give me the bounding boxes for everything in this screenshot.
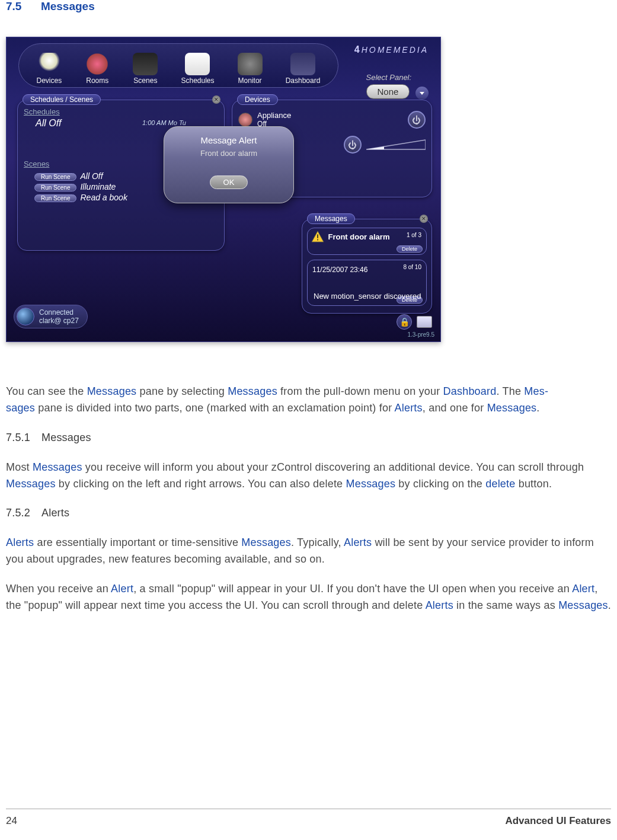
run-scene-button[interactable]: Run Scene — [34, 194, 76, 202]
schedule-row[interactable]: All Off — [36, 118, 62, 129]
message-body: New motion_sensor discovered — [314, 292, 421, 301]
power-button[interactable] — [408, 111, 426, 129]
toolbar-scenes[interactable]: Scenes — [133, 53, 158, 85]
schedules-header: Schedules — [24, 107, 60, 116]
close-icon[interactable]: ✕ — [420, 215, 428, 223]
status-line: Connected — [39, 308, 79, 317]
section-number: 7.5 — [6, 0, 21, 12]
brand-logo: 4HOMEMEDIA — [354, 44, 429, 55]
run-scene-button[interactable]: Run Scene — [34, 173, 76, 181]
body-text: You can see the Messages pane by selecti… — [6, 384, 611, 614]
panel-title: Devices — [237, 94, 278, 105]
select-panel-dropdown-icon[interactable] — [415, 87, 429, 100]
paragraph: Alerts are essentially important or time… — [6, 535, 611, 568]
house-icon — [85, 53, 110, 75]
select-panel-label: Select Panel: — [366, 73, 429, 82]
lock-icon[interactable]: 🔒 — [397, 314, 412, 330]
popup-message: Front door alarm — [170, 149, 287, 158]
subsection-heading: 7.5.1Messages — [6, 430, 611, 446]
svg-rect-3 — [317, 234, 318, 238]
version-label: 1.3-pre9.5 — [407, 331, 434, 338]
scene-row: Run SceneRead a book — [34, 193, 127, 202]
page-number: 24 — [6, 815, 17, 827]
scenes-header: Scenes — [24, 159, 49, 168]
laptop-icon[interactable] — [417, 316, 432, 328]
ok-button[interactable]: OK — [210, 175, 248, 189]
toolbar-dashboard[interactable]: Dashboard — [286, 53, 321, 85]
toolbar-devices[interactable]: Devices — [37, 53, 62, 85]
warning-icon — [311, 231, 324, 242]
main-toolbar: Devices Rooms Scenes Schedules Monitor D… — [18, 43, 338, 88]
app-screenshot: 4HOMEMEDIA Select Panel: None Devices Ro… — [6, 37, 441, 342]
clapper-icon — [133, 53, 158, 75]
calendar-icon — [185, 53, 210, 75]
paragraph: Most Messages you receive will inform yo… — [6, 459, 611, 493]
section-heading: 7.5 Messages — [6, 0, 611, 13]
bulb-icon — [37, 53, 62, 75]
section-title: Messages — [41, 0, 95, 12]
alert-count: 1 of 3 — [407, 232, 421, 238]
dimmer-slider[interactable] — [366, 139, 426, 151]
panel-title: Messages — [307, 213, 355, 224]
chapter-label: Advanced UI Features — [505, 815, 611, 827]
alert-card: Front door alarm 1 of 3 Delete — [307, 228, 427, 255]
alert-popup: Message Alert Front door alarm OK — [164, 126, 294, 203]
toolbar-schedules[interactable]: Schedules — [181, 53, 214, 85]
message-card: 11/25/2007 23:46 8 of 10 Delete New moti… — [307, 260, 427, 306]
toolbar-rooms[interactable]: Rooms — [85, 53, 110, 85]
message-timestamp: 11/25/2007 23:46 — [312, 266, 367, 274]
appliance-icon — [238, 113, 252, 127]
run-scene-button[interactable]: Run Scene — [34, 184, 76, 191]
popup-title: Message Alert — [170, 135, 287, 145]
page-footer: 24 Advanced UI Features — [6, 809, 611, 827]
schedule-time: 1:00 AM Mo Tu — [142, 119, 186, 126]
toolbar-monitor[interactable]: Monitor — [238, 53, 263, 85]
dashboard-icon — [290, 53, 315, 75]
paragraph: You can see the Messages pane by selecti… — [6, 384, 611, 417]
alert-title: Front door alarm — [328, 232, 389, 241]
svg-rect-4 — [317, 239, 318, 241]
subsection-heading: 7.5.2Alerts — [6, 505, 611, 522]
delete-button[interactable]: Delete — [397, 245, 423, 253]
globe-icon — [17, 308, 34, 325]
select-panel: Select Panel: None — [366, 73, 429, 100]
connection-status[interactable]: Connected clark@ cp27 — [14, 305, 88, 328]
panel-title: Schedules / Scenes — [23, 94, 101, 105]
paragraph: When you receive an Alert, a small "popu… — [6, 581, 611, 614]
scene-row: Run SceneAll Off — [34, 171, 127, 181]
select-panel-value[interactable]: None — [366, 84, 410, 99]
status-user: clark@ cp27 — [39, 317, 79, 325]
camera-icon — [238, 53, 263, 75]
power-button[interactable] — [344, 136, 362, 154]
close-icon[interactable]: ✕ — [212, 95, 220, 104]
message-count: 8 of 10 — [403, 264, 421, 270]
messages-panel: Messages ✕ Front door alarm 1 of 3 Delet… — [302, 219, 432, 314]
scene-row: Run SceneIlluminate — [34, 182, 127, 191]
